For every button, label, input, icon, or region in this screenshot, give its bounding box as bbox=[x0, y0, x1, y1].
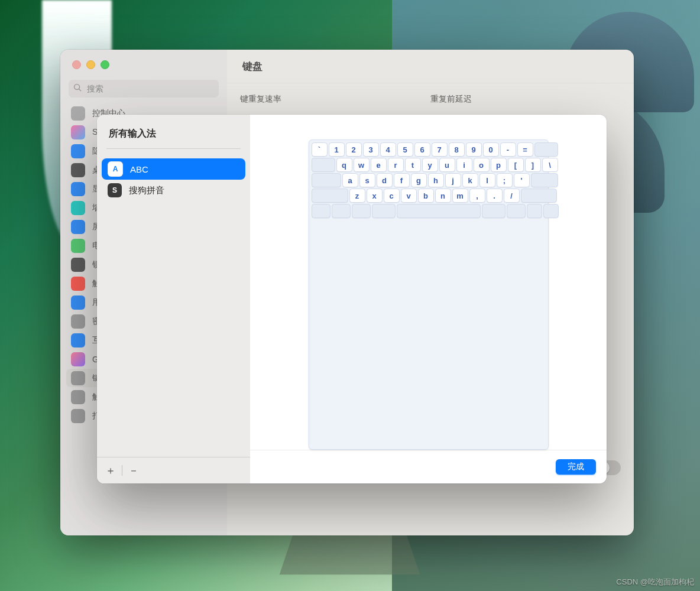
key-a: a bbox=[342, 173, 358, 187]
sheet-title: 所有输入法 bbox=[97, 115, 250, 148]
key-l: l bbox=[479, 173, 495, 187]
key-k: k bbox=[462, 173, 478, 187]
modifier-key bbox=[521, 189, 557, 203]
modifier-key bbox=[312, 158, 335, 172]
modifier-key bbox=[352, 204, 371, 218]
key-.: . bbox=[487, 189, 503, 203]
key-;: ; bbox=[497, 173, 513, 187]
remove-input-source-button[interactable]: － bbox=[126, 463, 141, 478]
input-sources-sidebar: 所有输入法 AABCS搜狗拼音 ＋ － bbox=[97, 115, 250, 483]
sidebar-icon bbox=[71, 220, 85, 234]
input-source-detail: `1234567890-=qwertyuiop[]\asdfghjkl;'zxc… bbox=[250, 115, 607, 483]
key-v: v bbox=[401, 189, 417, 203]
sidebar-icon bbox=[71, 352, 85, 366]
delay-until-repeat-label: 重复前延迟 bbox=[430, 94, 621, 105]
input-source-item-ABC[interactable]: AABC bbox=[102, 158, 245, 180]
close-button[interactable] bbox=[72, 60, 81, 69]
key-b: b bbox=[418, 189, 434, 203]
key-n: n bbox=[435, 189, 451, 203]
modifier-key bbox=[534, 142, 558, 157]
key-,: , bbox=[469, 189, 485, 203]
done-button[interactable]: 完成 bbox=[556, 459, 596, 475]
key-[: [ bbox=[508, 158, 524, 172]
modifier-key bbox=[312, 173, 341, 187]
key-c: c bbox=[384, 189, 400, 203]
modifier-key bbox=[372, 204, 396, 218]
input-source-label: 搜狗拼音 bbox=[129, 185, 164, 196]
key-o: o bbox=[474, 158, 490, 172]
sheet-footer-left: ＋ － bbox=[97, 457, 250, 483]
sidebar-icon bbox=[71, 333, 85, 348]
window-controls bbox=[60, 50, 227, 74]
sidebar-icon bbox=[71, 314, 85, 329]
key-i: i bbox=[456, 158, 472, 172]
key-p: p bbox=[491, 158, 507, 172]
key-t: t bbox=[405, 158, 421, 172]
key-q: q bbox=[336, 158, 352, 172]
key-4: 4 bbox=[380, 142, 396, 157]
key-x: x bbox=[367, 189, 383, 203]
sidebar-icon bbox=[71, 390, 85, 404]
key-w: w bbox=[354, 158, 370, 172]
key-0: 0 bbox=[483, 142, 499, 157]
separator bbox=[122, 465, 122, 476]
add-input-source-button[interactable]: ＋ bbox=[103, 463, 118, 478]
key--: - bbox=[500, 142, 516, 157]
input-source-list: AABCS搜狗拼音 bbox=[97, 155, 250, 457]
page-title: 键盘 bbox=[227, 50, 634, 83]
key-`: ` bbox=[312, 142, 328, 157]
key-g: g bbox=[411, 173, 427, 187]
sidebar-icon bbox=[71, 201, 85, 215]
keyboard-rate-labels: 键重复速率 重复前延迟 bbox=[240, 94, 621, 105]
modifier-key bbox=[397, 204, 481, 218]
search-field[interactable] bbox=[69, 80, 219, 98]
sheet-footer-right: 完成 bbox=[250, 450, 607, 483]
key-f: f bbox=[394, 173, 410, 187]
sidebar-icon bbox=[71, 106, 85, 121]
modifier-key bbox=[312, 204, 330, 218]
search-input[interactable] bbox=[86, 83, 214, 94]
sidebar-icon bbox=[71, 296, 85, 310]
key-': ' bbox=[514, 173, 530, 187]
input-source-icon: A bbox=[108, 161, 123, 177]
key-3: 3 bbox=[363, 142, 379, 157]
key-r: r bbox=[388, 158, 404, 172]
modifier-key bbox=[543, 204, 559, 218]
sidebar-icon bbox=[71, 163, 85, 177]
key-/: / bbox=[504, 189, 520, 203]
key-e: e bbox=[371, 158, 387, 172]
sidebar-icon bbox=[71, 239, 85, 253]
key-8: 8 bbox=[449, 142, 465, 157]
search-icon bbox=[73, 83, 82, 95]
modifier-key bbox=[332, 204, 351, 218]
input-source-icon: S bbox=[108, 183, 122, 197]
minimize-button[interactable] bbox=[86, 60, 95, 69]
key-1: 1 bbox=[329, 142, 345, 157]
key-m: m bbox=[452, 189, 468, 203]
modifier-key bbox=[482, 204, 505, 218]
key-z: z bbox=[349, 189, 365, 203]
key-5: 5 bbox=[397, 142, 413, 157]
key-6: 6 bbox=[414, 142, 430, 157]
key-h: h bbox=[428, 173, 444, 187]
sidebar-icon bbox=[71, 277, 85, 291]
key-9: 9 bbox=[466, 142, 482, 157]
modifier-key bbox=[531, 173, 558, 187]
key-2: 2 bbox=[346, 142, 362, 157]
sidebar-icon bbox=[71, 182, 85, 196]
key-j: j bbox=[445, 173, 461, 187]
input-source-item-搜狗拼音[interactable]: S搜狗拼音 bbox=[102, 180, 245, 201]
key-y: y bbox=[422, 158, 438, 172]
divider bbox=[106, 148, 241, 149]
key-u: u bbox=[439, 158, 455, 172]
modifier-key bbox=[527, 204, 542, 218]
sidebar-icon bbox=[71, 371, 85, 385]
sidebar-icon bbox=[71, 258, 85, 272]
sidebar-icon bbox=[71, 125, 85, 139]
key-7: 7 bbox=[432, 142, 448, 157]
maximize-button[interactable] bbox=[101, 60, 109, 69]
modifier-key bbox=[312, 189, 348, 203]
key-]: ] bbox=[525, 158, 541, 172]
sidebar-icon bbox=[71, 409, 85, 423]
key-repeat-rate-label: 键重复速率 bbox=[240, 94, 430, 105]
